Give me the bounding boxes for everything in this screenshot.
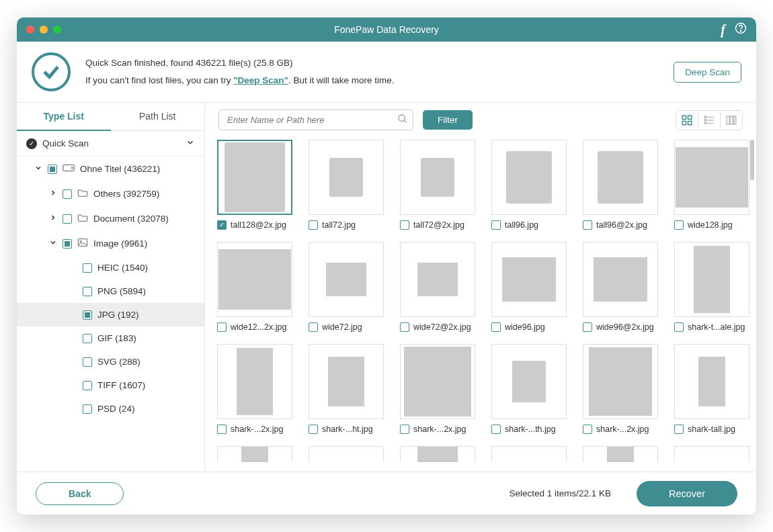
thumbnail-item[interactable] [583,446,658,462]
thumbnail[interactable] [491,446,567,462]
thumbnail-item[interactable] [217,446,292,462]
thumbnail[interactable] [583,446,658,462]
thumbnail[interactable] [309,140,384,215]
checkbox[interactable] [583,220,592,230]
checkbox[interactable] [309,220,318,230]
thumbnail[interactable] [217,446,292,462]
thumbnail-item[interactable]: shark-...2x.jpg [217,344,292,434]
back-button[interactable]: Back [36,482,124,505]
search-input[interactable] [218,109,413,130]
chevron-down-icon[interactable] [34,164,42,174]
thumbnail-grid-wrap[interactable]: tall128@2x.jpgtall72.jpgtall72@2x.jpgtal… [205,137,756,472]
checkbox[interactable] [217,220,227,230]
thumbnail-item[interactable]: tall128@2x.jpg [217,140,292,230]
checkbox[interactable] [400,425,409,434]
tree-document[interactable]: Document (32078) [17,206,204,231]
thumbnail[interactable] [674,242,749,317]
thumbnail[interactable] [400,140,475,215]
thumbnail-item[interactable] [400,446,475,462]
checkbox[interactable] [83,287,92,296]
thumbnail[interactable] [309,344,384,419]
checkbox[interactable] [400,220,409,230]
checkbox[interactable] [217,425,227,434]
filter-button[interactable]: Filter [423,110,473,130]
tree-gif[interactable]: GIF (183) [17,326,204,350]
thumbnail[interactable] [217,344,292,419]
chevron-right-icon[interactable] [49,189,57,199]
checkbox[interactable] [83,334,92,343]
thumbnail[interactable] [400,344,475,419]
checkbox[interactable] [491,425,501,434]
tree-quick-scan[interactable]: ✓ Quick Scan [17,131,204,157]
checkbox[interactable] [48,165,57,174]
chevron-down-icon[interactable] [186,138,195,149]
thumbnail[interactable] [217,242,292,317]
tree-jpg[interactable]: JPG (192) [17,303,204,326]
scrollbar-thumb[interactable] [750,140,754,180]
checkbox[interactable] [63,214,72,224]
thumbnail-item[interactable]: wide72@2x.jpg [400,242,475,332]
thumbnail[interactable] [217,140,292,215]
tree-tiff[interactable]: TIFF (1607) [17,373,204,397]
checkbox[interactable] [583,425,592,434]
checkbox[interactable] [674,220,684,230]
thumbnail[interactable] [674,140,749,215]
checkbox[interactable] [217,322,227,332]
thumbnail-item[interactable]: wide96@2x.jpg [583,242,658,332]
thumbnail-item[interactable] [674,446,749,462]
thumbnail-item[interactable]: wide12...2x.jpg [217,242,292,332]
tree-others[interactable]: Others (392759) [17,181,204,206]
thumbnail[interactable] [583,344,658,419]
thumbnail-item[interactable]: tall72@2x.jpg [400,140,475,230]
thumbnail[interactable] [583,242,658,317]
thumbnail-item[interactable]: shark-...2x.jpg [400,344,475,434]
column-view-button[interactable] [720,111,742,130]
recover-button[interactable]: Recover [637,481,737,506]
tree-psd[interactable]: PSD (24) [17,397,204,420]
checkbox[interactable] [83,381,92,390]
checkbox[interactable] [63,239,72,249]
thumbnail[interactable] [400,242,475,317]
deep-scan-button[interactable]: Deep Scan [674,62,741,83]
checkbox[interactable] [83,404,92,414]
checkbox[interactable] [63,189,72,199]
thumbnail-item[interactable]: shark-t...ale.jpg [674,242,749,332]
tree-image[interactable]: Image (9961) [17,231,204,256]
thumbnail-item[interactable]: shark-...ht.jpg [309,344,384,434]
tree-heic[interactable]: HEIC (1540) [17,256,204,279]
checkbox[interactable] [674,322,684,332]
checkbox[interactable] [309,322,318,332]
checkbox[interactable] [491,220,501,230]
tree-root-volume[interactable]: Ohne Titel (436221) [17,157,204,181]
thumbnail-item[interactable]: wide128.jpg [674,140,749,230]
deep-scan-link[interactable]: "Deep Scan" [233,75,288,85]
thumbnail[interactable] [309,242,384,317]
tree-png[interactable]: PNG (5894) [17,279,204,303]
checkbox[interactable] [400,322,409,332]
thumbnail-item[interactable] [491,446,567,462]
thumbnail-item[interactable]: shark-tall.jpg [674,344,749,434]
tab-type-list[interactable]: Type List [17,103,111,131]
grid-view-button[interactable] [676,111,698,130]
tab-path-list[interactable]: Path List [111,103,205,131]
search-icon[interactable] [397,114,408,127]
list-view-button[interactable] [698,111,720,130]
thumbnail-item[interactable]: wide72.jpg [309,242,384,332]
thumbnail-item[interactable]: tall96.jpg [491,140,567,230]
checkbox[interactable] [491,322,501,332]
thumbnail[interactable] [674,344,749,419]
checkbox[interactable] [83,357,92,367]
thumbnail-item[interactable]: shark-...th.jpg [491,344,567,434]
checkbox[interactable] [583,322,592,332]
thumbnail[interactable] [491,344,567,419]
checkbox[interactable] [309,425,318,434]
thumbnail-item[interactable] [309,446,384,462]
thumbnail[interactable] [309,446,384,462]
thumbnail[interactable] [491,140,567,215]
thumbnail[interactable] [674,446,749,462]
thumbnail-item[interactable]: tall72.jpg [309,140,384,230]
tree-svg[interactable]: SVG (288) [17,350,204,373]
checkbox[interactable] [83,263,92,273]
checkbox[interactable] [83,310,92,320]
thumbnail[interactable] [583,140,658,215]
